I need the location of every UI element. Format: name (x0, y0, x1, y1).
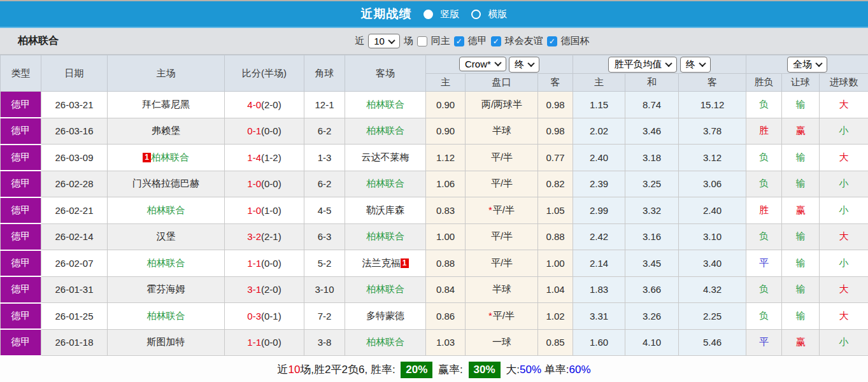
bundesliga-label[interactable]: 德甲 (468, 35, 487, 47)
away-team-cell: 云达不莱梅 (345, 145, 426, 171)
match-date: 26-03-09 (41, 145, 108, 171)
ah-line-cell: 半球 (466, 118, 538, 145)
german-cup-checkbox[interactable] (547, 36, 557, 46)
club-friendly-checkbox[interactable] (491, 36, 501, 46)
match-date: 26-02-14 (41, 223, 108, 250)
league-badge: 德甲 (1, 250, 41, 277)
home-team-cell: 汉堡 (108, 223, 225, 250)
home-team-name[interactable]: 弗赖堡 (152, 125, 180, 136)
away-team-name[interactable]: 法兰克福 (362, 257, 401, 268)
horizontal-layout-radio[interactable] (471, 10, 481, 19)
summary-segment: 60% (569, 364, 591, 376)
away-team-cell: 柏林联合 (345, 171, 426, 197)
home-team-name[interactable]: 柏林联合 (151, 152, 189, 162)
away-team-name[interactable]: 勒沃库森 (366, 204, 404, 215)
odds-home: 1.60 (573, 329, 625, 356)
odds-home: 2.14 (573, 250, 625, 277)
home-team-name[interactable]: 柏林联合 (147, 257, 185, 268)
horizontal-layout-label[interactable]: 横版 (488, 8, 508, 20)
ah-line-cell: 平/半 (466, 250, 538, 277)
home-team-name[interactable]: 门兴格拉德巴赫 (132, 178, 199, 188)
vertical-layout-radio[interactable] (423, 10, 433, 19)
away-team-name[interactable]: 多特蒙德 (366, 310, 404, 321)
away-team-name[interactable]: 柏林联合 (366, 336, 404, 347)
ah-line-cell: 平/半 (466, 145, 538, 171)
score-cell: 4-0(2-0) (225, 92, 304, 118)
handicap-result-cell: 输 (782, 92, 820, 118)
same-home-label[interactable]: 同主 (431, 35, 450, 47)
odds-period-select[interactable]: 终 (680, 57, 711, 73)
away-team-name[interactable]: 云达不莱梅 (362, 152, 409, 162)
results-table: 类型 日期 主场 比分(半场) 角球 客场 Crow* 终 胜平负均值 终 全场… (0, 55, 868, 357)
league-badge: 德甲 (1, 118, 41, 145)
odds-away: 2.25 (679, 303, 746, 330)
subcol-ah-line: 盘口 (466, 74, 538, 92)
odds-source-select[interactable]: 胜平负均值 (608, 57, 677, 73)
rank-badge: 1 (143, 153, 151, 162)
home-team-cell: 1柏林联合 (108, 145, 225, 171)
home-team-name[interactable]: 斯图加特 (147, 336, 185, 347)
match-date: 26-03-21 (41, 92, 108, 118)
home-team-name[interactable]: 汉堡 (157, 230, 176, 241)
away-team-name[interactable]: 柏林联合 (366, 230, 404, 241)
handicap-period-select[interactable]: 终 (509, 57, 539, 73)
page-title: 近期战绩 (361, 6, 412, 22)
home-team-name[interactable]: 霍芬海姆 (147, 283, 185, 294)
odds-home: 1.15 (573, 92, 625, 118)
col-header-home: 主场 (108, 55, 225, 92)
home-team-name[interactable]: 柏林联合 (147, 310, 185, 321)
scope-select[interactable]: 全场 (787, 57, 827, 73)
col-header-away: 客场 (345, 55, 426, 92)
odds-away: 2.40 (679, 197, 746, 224)
ah-away-odds: 1.02 (538, 303, 573, 330)
home-team-name[interactable]: 柏林联合 (147, 204, 185, 215)
ah-line: 平/半 (491, 152, 513, 162)
handicap-result-cell: 输 (782, 276, 820, 303)
corner-score: 3-8 (304, 329, 345, 356)
club-friendly-label[interactable]: 球会友谊 (505, 35, 543, 47)
ah-line: 平/半 (493, 204, 515, 215)
result-cell: 胜 (746, 197, 782, 224)
changed-line-star: * (488, 204, 492, 215)
corner-score: 4-5 (304, 197, 345, 224)
col-header-corner: 角球 (304, 55, 345, 92)
corner-score: 6-2 (304, 118, 345, 145)
match-count-select[interactable]: 10 (368, 34, 400, 48)
vertical-layout-label[interactable]: 竖版 (441, 8, 460, 20)
goals-result-cell: 大 (820, 92, 868, 118)
odds-draw: 3.16 (625, 223, 679, 250)
chevron-down-icon (494, 59, 501, 66)
score-cell: 1-0(0-0) (225, 171, 304, 197)
summary-segment: 10 (288, 364, 300, 376)
league-badge: 德甲 (1, 329, 41, 356)
away-team-name[interactable]: 柏林联合 (366, 283, 404, 294)
half-time-score: (0-0) (261, 337, 281, 348)
league-badge: 德甲 (1, 171, 41, 197)
ah-away-odds: 0.98 (538, 118, 573, 145)
bundesliga-checkbox[interactable] (454, 36, 464, 46)
away-team-name[interactable]: 柏林联合 (366, 125, 404, 136)
away-team-name[interactable]: 柏林联合 (366, 178, 404, 188)
table-row: 德甲 26-01-25 柏林联合 0-3(0-1) 7-2 多特蒙德 0.86 … (1, 303, 868, 330)
home-team-cell: 弗赖堡 (108, 118, 225, 145)
odds-draw: 3.18 (625, 145, 679, 171)
handicap-result-cell: 输 (782, 223, 820, 250)
result-cell: 负 (746, 171, 782, 197)
odds-home: 2.40 (573, 145, 625, 171)
table-row: 德甲 26-02-28 门兴格拉德巴赫 1-0(0-0) 6-2 柏林联合 1.… (1, 171, 868, 197)
away-team-cell: 柏林联合 (345, 223, 426, 250)
summary-segment: 赢率: (435, 362, 466, 377)
subcol-goals: 进球数 (820, 74, 868, 92)
same-home-checkbox[interactable] (417, 36, 427, 46)
home-team-name[interactable]: 拜仁慕尼黑 (142, 99, 190, 110)
ah-home-odds: 0.90 (426, 92, 466, 118)
away-team-cell: 多特蒙德 (345, 303, 426, 330)
away-team-name[interactable]: 柏林联合 (366, 99, 404, 110)
half-time-score: (2-0) (261, 284, 281, 295)
odds-draw: 3.25 (625, 171, 679, 197)
corner-score: 6-2 (304, 171, 345, 197)
german-cup-label[interactable]: 德国杯 (561, 35, 590, 47)
goals-result-cell: 小 (820, 118, 868, 145)
col-header-type: 类型 (1, 55, 41, 92)
bookmaker-select[interactable]: Crow* (459, 57, 506, 71)
